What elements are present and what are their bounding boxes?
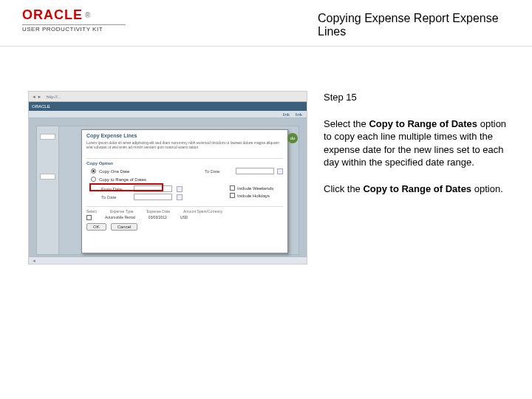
option-label: Copy One Date [99, 169, 129, 174]
step-label: Step 15 [324, 91, 516, 104]
include-holidays[interactable]: Include Holidays [230, 193, 283, 198]
checkbox-icon [230, 193, 235, 198]
checkbox-icon [230, 185, 235, 191]
include-weekends[interactable]: Include Weekends [230, 185, 283, 191]
highlight-box [89, 183, 163, 191]
checkbox-label: Include Weekends [237, 186, 273, 191]
instruction-column: Step 15 Select the Copy to Range of Date… [324, 91, 516, 265]
option-copy-one-date[interactable]: Copy One Date To Date [91, 168, 283, 174]
dialog-section-label: Copy Option [86, 158, 283, 166]
col-date: Expense Date [147, 209, 170, 214]
screenshot-column: ◄ ►http://... ORACLE linklink do Copy Ex… [28, 91, 309, 265]
radio-icon [91, 177, 96, 182]
shot-left-column [37, 126, 59, 254]
to-date-label-2: To Date [101, 195, 129, 200]
to-date-input-2[interactable] [134, 194, 172, 200]
calendar-icon[interactable] [277, 168, 283, 174]
option-copy-range[interactable]: Copy to Range of Dates [91, 177, 283, 182]
shot-footer: ◄ [29, 256, 307, 264]
embedded-screenshot: ◄ ►http://... ORACLE linklink do Copy Ex… [28, 91, 307, 265]
registered-mark: ® [85, 11, 91, 19]
logo-text: ORACLE [22, 7, 83, 23]
row-checkbox[interactable] [86, 215, 92, 220]
expense-table: Select Expense Type Expense Date Amount … [86, 206, 283, 220]
shot-subnav: linklink [29, 111, 307, 118]
brand-logo: ORACLE ® USER PRODUCTIVITY KIT [22, 7, 126, 33]
to-date-label: To Date [205, 169, 233, 174]
content-area: ◄ ►http://... ORACLE linklink do Copy Ex… [0, 47, 532, 265]
instruction-paragraph-1: Select the Copy to Range of Dates option… [324, 117, 516, 169]
dialog-title: Copy Expense Lines [86, 133, 283, 138]
shot-app-brand: ORACLE [29, 102, 307, 111]
oracle-logo: ORACLE ® [22, 7, 126, 23]
calendar-icon[interactable] [177, 194, 183, 200]
row-type: Automobile Rental [105, 215, 135, 220]
col-select: Select [86, 209, 97, 214]
shot-body: do Copy Expense Lines Lorem ipsum dolor … [36, 126, 299, 255]
logo-subline: USER PRODUCTIVITY KIT [22, 24, 126, 33]
page-header: ORACLE ® USER PRODUCTIVITY KIT Copying E… [0, 0, 532, 47]
row-amt: USD [180, 215, 188, 220]
dialog-help-text: Lorem ipsum dolor sit amet adipiscing el… [86, 140, 283, 155]
radio-icon [91, 168, 96, 174]
shot-browser-bar: ◄ ►http://... [29, 92, 307, 102]
instruction-paragraph-2: Click the Copy to Range of Dates option. [324, 183, 516, 196]
cancel-button[interactable]: Cancel [111, 223, 138, 231]
copy-expense-dialog: do Copy Expense Lines Lorem ipsum dolor … [81, 129, 288, 253]
page-title: Copying Expense Report Expense Lines [126, 7, 517, 38]
ok-button[interactable]: OK [86, 223, 106, 231]
option-label: Copy to Range of Dates [99, 177, 146, 182]
checkbox-label: Include Holidays [237, 194, 270, 198]
to-date-input[interactable] [236, 168, 274, 174]
col-type: Expense Type [110, 209, 134, 214]
col-amount: Amount Spent/Currency [183, 209, 222, 214]
row-date: 03/03/2012 [149, 215, 167, 220]
table-row: Automobile Rental 03/03/2012 USD [86, 215, 283, 220]
go-icon: do [287, 133, 298, 143]
calendar-icon[interactable] [177, 186, 183, 192]
